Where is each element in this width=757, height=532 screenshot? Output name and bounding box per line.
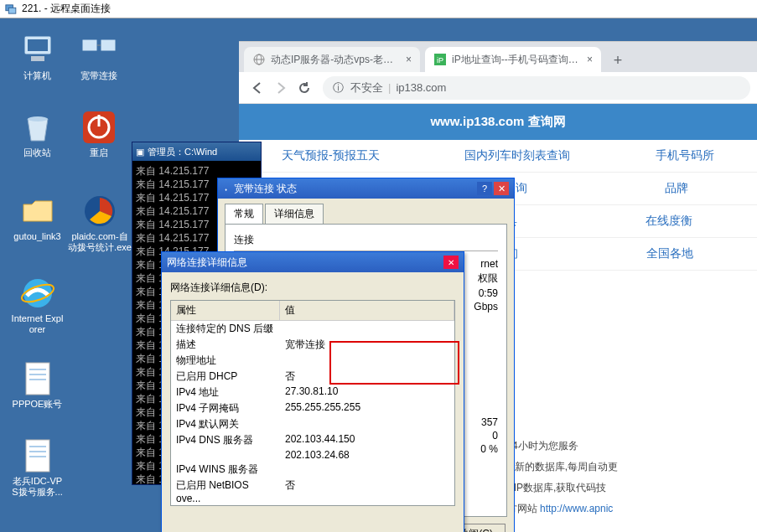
details-label: 网络连接详细信息(D): (170, 281, 455, 295)
chrome-tab-1[interactable]: 动态IP服务器-动态vps-老兵数据 × (244, 47, 420, 72)
rdp-title: 221. - 远程桌面连接 (22, 2, 111, 16)
tab-details[interactable]: 详细信息 (265, 204, 324, 224)
row-netbios: 已启用 NetBIOS ove...否 (171, 478, 454, 505)
col-property[interactable]: 属性 (171, 301, 280, 320)
recycle-icon[interactable]: 回收站 (10, 111, 65, 158)
network-icon: ⬪ (223, 183, 229, 194)
row-description: 描述宽带连接 (171, 337, 454, 353)
svg-text:iP: iP (437, 56, 443, 65)
rdp-icon (5, 4, 17, 14)
svg-rect-6 (101, 39, 116, 51)
computer-icon[interactable]: 计算机 (10, 34, 65, 81)
pppoe-file[interactable]: PPPOE账号 (10, 362, 65, 410)
close-button[interactable]: ✕ (443, 256, 459, 269)
details-titlebar[interactable]: 网络连接详细信息 ✕ (162, 252, 464, 272)
new-tab-button[interactable]: + (606, 49, 630, 72)
ip138-icon: iP (433, 53, 447, 66)
row-mask: IPv4 子网掩码255.255.255.255 (171, 400, 454, 416)
back-button[interactable] (246, 76, 269, 100)
cmd-icon: ▣ (136, 147, 144, 158)
desktop: 计算机 宽带连接 回收站 重启 gutou_link3 plaidc.com-自… (0, 18, 757, 532)
folder-gutou[interactable]: gutou_link3 (10, 194, 65, 242)
row-dhcp: 已启用 DHCP否 (171, 369, 454, 385)
status-titlebar[interactable]: ⬪ 宽带连接 状态 ? ✕ (218, 178, 514, 199)
nav-train[interactable]: 国内列车时刻表查询 (464, 148, 570, 163)
insecure-icon: ⓘ (333, 80, 344, 96)
svg-rect-3 (28, 39, 48, 51)
chrome-tabstrip: 动态IP服务器-动态vps-老兵数据 × iP iP地址查询--手机号码查询归属… (239, 42, 757, 72)
svg-rect-4 (31, 56, 44, 61)
chrome-tab-2[interactable]: iP iP地址查询--手机号码查询归属 × (425, 47, 601, 72)
broadband-icon[interactable]: 宽带连接 (71, 34, 126, 81)
cmd-titlebar[interactable]: ▣ 管理员：C:\Wind (132, 142, 261, 161)
row-wins: IPv4 WINS 服务器 (171, 462, 454, 478)
close-icon[interactable]: × (587, 54, 593, 65)
apnic-link[interactable]: http://www.apnic (540, 503, 613, 514)
row-gateway: IPv4 默认网关 (171, 416, 454, 432)
globe-icon (252, 53, 266, 66)
chrome-toolbar: ⓘ 不安全 | ip138.com (239, 72, 757, 104)
row-dns: IPv4 DNS 服务器202.103.44.150 (171, 432, 454, 448)
plaidc-exe[interactable]: plaidc.com-自动拨号统计.exe (67, 194, 132, 253)
network-details-window: 网络连接详细信息 ✕ 网络连接详细信息(D): 属性 值 连接特定的 DNS 后… (161, 251, 464, 532)
address-bar[interactable]: ⓘ 不安全 | ip138.com (323, 76, 750, 100)
close-button[interactable]: ✕ (494, 182, 509, 195)
nav-weather[interactable]: 天气预报-预报五天 (282, 148, 380, 163)
svg-rect-5 (82, 39, 97, 51)
nav-row-1: 天气预报-预报五天 国内列车时刻表查询 手机号码所 (239, 140, 757, 173)
forward-button[interactable] (269, 76, 293, 100)
svg-point-8 (28, 116, 48, 121)
nav-measure[interactable]: 在线度衡 (646, 214, 692, 229)
laobing-file[interactable]: 老兵IDC-VPS拨号服务... (10, 439, 65, 498)
nav-national[interactable]: 全国各地 (646, 246, 693, 261)
row-ipv4: IPv4 地址27.30.81.10 (171, 385, 454, 400)
close-icon[interactable]: × (406, 54, 412, 65)
reload-button[interactable] (293, 76, 316, 100)
details-table: 属性 值 连接特定的 DNS 后缀 描述宽带连接 物理地址 已启用 DHCP否 … (170, 300, 455, 506)
row-physical: 物理地址 (171, 353, 454, 369)
tab-general[interactable]: 常规 (225, 204, 263, 224)
nav-phone[interactable]: 手机号码所 (656, 148, 714, 163)
row-dns-suffix: 连接特定的 DNS 后缀 (171, 321, 454, 337)
col-value[interactable]: 值 (280, 301, 454, 320)
rdp-titlebar: 221. - 远程桌面连接 (0, 0, 757, 18)
ie-icon[interactable]: Internet Explorer (10, 276, 65, 335)
restart-icon[interactable]: 重启 (71, 111, 126, 158)
svg-rect-15 (26, 363, 49, 395)
svg-rect-1 (8, 8, 16, 13)
help-button[interactable]: ? (477, 182, 492, 195)
svg-rect-19 (26, 440, 49, 472)
site-banner: www.ip138.com 查询网 (239, 104, 757, 140)
nav-brand[interactable]: 品牌 (665, 181, 688, 196)
status-tabs: 常规 详细信息 (218, 199, 514, 224)
